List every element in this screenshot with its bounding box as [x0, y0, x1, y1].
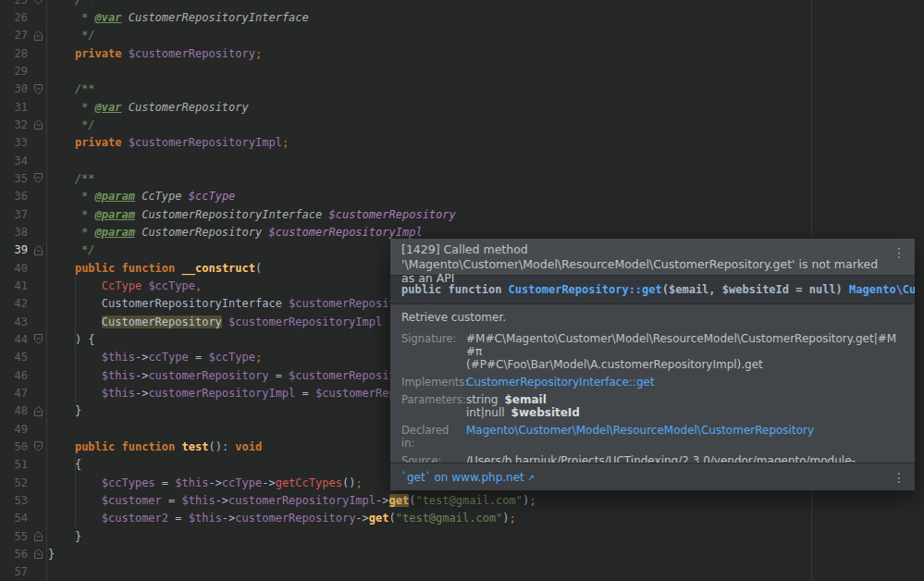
code-line[interactable]: 30 /** — [0, 80, 924, 98]
fold-gutter[interactable] — [28, 545, 48, 562]
fold-gutter[interactable] — [28, 330, 48, 348]
code-line[interactable]: 28 private $customerRepository; — [0, 44, 924, 62]
fold-gutter[interactable] — [28, 527, 48, 545]
doc-description: Retrieve customer. — [401, 311, 904, 324]
code-text[interactable]: * @param CustomerRepository $customerRep… — [48, 226, 423, 239]
code-text[interactable]: public function test(): void — [48, 440, 262, 453]
external-link-icon: ↗ — [528, 473, 536, 482]
code-line[interactable]: 26 * @var CustomerRepositoryInterface — [0, 8, 924, 26]
code-line[interactable]: 37 * @param CustomerRepositoryInterface … — [0, 205, 924, 223]
fold-gutter[interactable] — [28, 241, 48, 259]
fold-gutter[interactable] — [28, 116, 48, 133]
code-line[interactable]: 25 /** — [0, 0, 924, 8]
code-text[interactable]: * @var CustomerRepository — [48, 101, 249, 114]
line-number: 27 — [0, 29, 28, 42]
fold-collapse-icon[interactable] — [33, 333, 43, 345]
code-line[interactable]: 55 } — [0, 527, 924, 545]
fold-end-icon[interactable] — [33, 244, 43, 256]
code-text[interactable]: */ — [48, 29, 95, 42]
code-text[interactable]: } — [48, 404, 81, 417]
code-text[interactable]: /** — [48, 82, 95, 95]
signature-class-link[interactable]: CustomerRepository::get — [509, 283, 662, 296]
code-text[interactable]: * @param CcType $ccType — [48, 190, 235, 203]
code-text[interactable]: * @param CustomerRepositoryInterface $cu… — [48, 208, 456, 221]
fold-gutter — [28, 456, 48, 474]
doc-info-value: CustomerRepositoryInterface::get — [466, 376, 904, 389]
fold-gutter[interactable] — [28, 169, 48, 187]
code-text[interactable]: CcType $ccType, — [48, 279, 202, 292]
doc-info-row: Signature:#M#C\Magento\Customer\Model\Re… — [401, 332, 904, 371]
code-line[interactable]: 57 — [0, 563, 924, 581]
code-text[interactable]: } — [48, 530, 81, 543]
fold-end-icon[interactable] — [33, 30, 43, 42]
code-text[interactable]: /** — [48, 172, 95, 185]
code-line[interactable]: 56} — [0, 545, 924, 562]
fold-gutter[interactable] — [28, 438, 48, 455]
fold-gutter[interactable] — [28, 27, 48, 44]
code-text[interactable]: $customer2 = $this->customerRepository->… — [48, 512, 516, 525]
fold-collapse-icon[interactable] — [33, 83, 43, 95]
ide-editor-screen: 25 /**26 * @var CustomerRepositoryInterf… — [0, 0, 924, 581]
fold-end-icon[interactable] — [33, 548, 43, 560]
code-text[interactable]: /** — [48, 0, 95, 6]
doc-info-row: Implements:CustomerRepositoryInterface::… — [401, 376, 904, 389]
code-line[interactable]: 27 */ — [0, 27, 924, 44]
code-line[interactable]: 29 — [0, 62, 924, 80]
php-net-link[interactable]: `get` on www.php.net — [401, 471, 524, 484]
fold-end-icon[interactable] — [33, 530, 43, 542]
code-line[interactable]: 53 $customer = $this->customerRepository… — [0, 491, 924, 509]
parameter-entry: int|null$websiteId — [466, 406, 904, 419]
code-text[interactable]: $this->customerRepository = $customerRep… — [48, 369, 423, 382]
code-text[interactable]: } — [48, 548, 55, 561]
code-line[interactable]: 31 * @var CustomerRepository — [0, 98, 924, 116]
code-line[interactable]: 54 $customer2 = $this->customerRepositor… — [0, 510, 924, 527]
code-text[interactable]: $this->ccType = $ccType; — [48, 351, 262, 364]
line-number: 38 — [0, 226, 28, 239]
line-number: 54 — [0, 512, 28, 525]
code-text[interactable]: CustomerRepository $customerRepositoryIm… — [48, 315, 382, 328]
code-text[interactable]: private $customerRepositoryImpl; — [48, 136, 289, 149]
code-text[interactable]: */ — [48, 243, 95, 256]
signature-class-link[interactable]: Magento\Customer\Api\D — [849, 283, 915, 296]
code-text[interactable]: { — [48, 458, 81, 471]
fold-end-icon[interactable] — [33, 118, 43, 130]
fold-end-icon[interactable] — [33, 405, 43, 417]
line-number: 41 — [0, 279, 28, 292]
code-line[interactable]: 34 — [0, 152, 924, 169]
kebab-menu-icon[interactable]: ⋮ — [893, 246, 906, 259]
fold-collapse-icon[interactable] — [33, 0, 43, 6]
line-number: 34 — [0, 155, 28, 167]
fold-gutter — [28, 223, 48, 241]
fold-gutter[interactable] — [28, 80, 48, 98]
fold-gutter — [28, 134, 48, 152]
fold-gutter — [28, 98, 48, 116]
code-text[interactable]: $ccTypes = $this->ccType->getCcTypes(); — [48, 476, 363, 489]
fold-collapse-icon[interactable] — [33, 172, 43, 184]
line-number: 28 — [0, 47, 28, 60]
code-line[interactable]: 36 * @param CcType $ccType — [0, 188, 924, 205]
line-number: 47 — [0, 387, 28, 400]
fold-collapse-icon[interactable] — [33, 440, 43, 452]
line-number: 42 — [0, 297, 28, 310]
code-text[interactable]: ) { — [48, 333, 95, 346]
kebab-menu-icon[interactable]: ⋮ — [893, 471, 906, 484]
code-text[interactable]: CustomerRepositoryInterface $customerRep… — [48, 297, 423, 310]
fold-gutter[interactable] — [28, 402, 48, 420]
doc-reference-link[interactable]: Magento\Customer\Model\ResourceModel\Cus… — [466, 424, 814, 437]
code-line[interactable]: 33 private $customerRepositoryImpl; — [0, 134, 924, 152]
code-text[interactable]: private $customerRepository; — [48, 47, 262, 60]
doc-reference-link[interactable]: CustomerRepositoryInterface::get — [466, 376, 655, 389]
doc-info-label: Implements: — [401, 376, 461, 389]
code-text[interactable]: * @var CustomerRepositoryInterface — [48, 11, 309, 24]
line-number: 25 — [0, 0, 28, 6]
code-line[interactable]: 32 */ — [0, 116, 924, 133]
code-text[interactable]: $customer = $this->customerRepositoryImp… — [48, 494, 536, 507]
code-text[interactable]: public function __construct( — [48, 262, 262, 275]
fold-gutter — [28, 62, 48, 80]
line-number: 51 — [0, 458, 28, 471]
line-number: 43 — [0, 315, 28, 328]
code-text[interactable]: */ — [48, 118, 95, 131]
fold-gutter — [28, 205, 48, 223]
code-line[interactable]: 35 /** — [0, 169, 924, 187]
fold-gutter[interactable] — [28, 0, 48, 8]
